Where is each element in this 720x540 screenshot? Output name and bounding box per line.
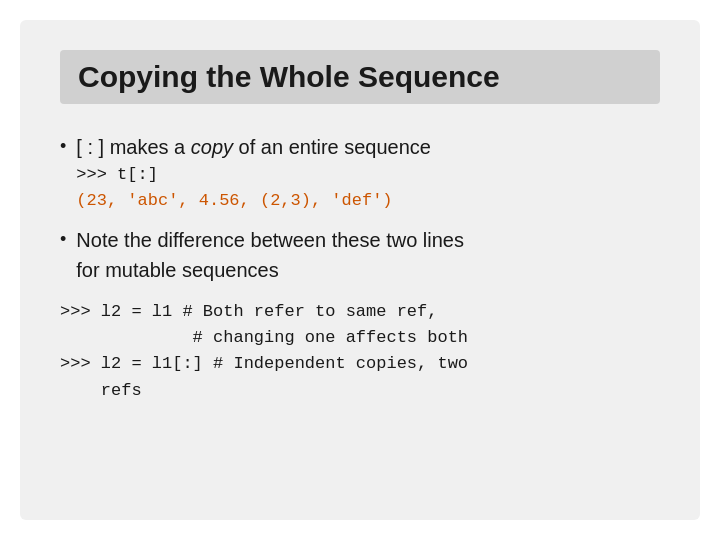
slide: Copying the Whole Sequence • [ : ] makes… (20, 20, 700, 520)
bullet-text-1: [ : ] makes a copy of an entire sequence… (76, 132, 431, 215)
code-block-1: >>> l2 = l1 # Both refer to same ref, # … (60, 299, 660, 404)
code-line-1: >>> l2 = l1 # Both refer to same ref, (60, 299, 660, 325)
title-bar: Copying the Whole Sequence (60, 50, 660, 104)
slide-content: • [ : ] makes a copy of an entire sequen… (60, 132, 660, 490)
bullet-item-1: • [ : ] makes a copy of an entire sequen… (60, 132, 660, 215)
slide-title: Copying the Whole Sequence (78, 60, 500, 93)
code-inline-1: >>> t[:] (76, 165, 158, 184)
bullet-dot-2: • (60, 226, 66, 253)
code-inline-2: (23, 'abc', 4.56, (2,3), 'def') (76, 191, 392, 210)
bullet-text-2-content: Note the difference between these two li… (76, 225, 464, 285)
bullet-text-1-content: [ : ] makes a copy of an entire sequence (76, 136, 431, 158)
bullet-item-2: • Note the difference between these two … (60, 225, 660, 285)
code-line-2: # changing one affects both (60, 325, 660, 351)
bullet-dot-1: • (60, 133, 66, 160)
code-line-3: >>> l2 = l1[:] # Independent copies, two (60, 351, 660, 377)
code-line-4: refs (60, 378, 660, 404)
